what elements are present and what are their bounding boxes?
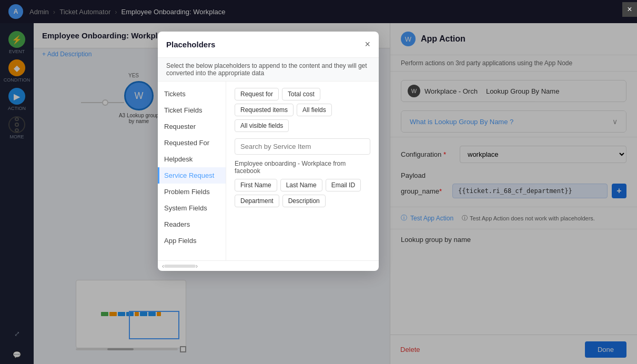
modal-sidebar: TicketsTicket FieldsRequesterRequested F… [158,82,226,260]
sub-chip-description[interactable]: Description [282,195,326,207]
chip-requested-items[interactable]: Requested items [235,104,294,116]
sub-chip-first-name[interactable]: First Name [235,179,277,191]
modal-header: Placeholders × [158,32,379,58]
modal-footer-scrollbar [164,265,196,268]
modal-sidebar-item-system-fields[interactable]: System Fields [158,200,226,216]
chip-request-for[interactable]: Request for [235,88,279,100]
top-chips: Request forTotal costRequested itemsAll … [235,88,370,132]
modal-sidebar-item-requested-for[interactable]: Requested For [158,135,226,151]
modal-source-label: Employee onboarding - Workplace from fac… [235,160,370,175]
chip-all-visible-fields[interactable]: All visible fields [235,119,289,132]
modal-close-button[interactable]: × [365,39,370,50]
sub-chips: First NameLast NameEmail IDDepartmentDes… [235,179,370,207]
modal-sidebar-item-readers[interactable]: Readers [158,216,226,232]
chip-total-cost[interactable]: Total cost [282,88,320,100]
modal-sidebar-item-app-fields[interactable]: App Fields [158,232,226,249]
modal-sidebar-item-problem-fields[interactable]: Problem Fields [158,184,226,200]
modal-footer: ‹ › [158,260,379,271]
global-close-button[interactable]: × [622,2,637,17]
sub-chip-last-name[interactable]: Last Name [280,179,322,191]
modal-title: Placeholders [166,40,215,49]
modal-sidebar-item-ticket-fields[interactable]: Ticket Fields [158,102,226,118]
modal-subtitle: Select the below placeholders to append … [158,58,379,82]
modal-sidebar-item-tickets[interactable]: Tickets [158,86,226,102]
modal-sidebar-item-service-request[interactable]: Service Request [158,167,226,184]
chip-all-fields[interactable]: All fields [297,104,332,116]
modal-footer-right-arrow[interactable]: › [196,262,198,270]
placeholders-modal: Placeholders × Select the below placehol… [158,32,379,271]
modal-content-area: Request forTotal costRequested itemsAll … [226,82,379,260]
modal-sidebar-item-requester[interactable]: Requester [158,118,226,135]
search-input[interactable] [235,138,370,155]
sub-chip-email-id[interactable]: Email ID [326,179,361,191]
sub-chip-department[interactable]: Department [235,195,279,207]
modal-body: TicketsTicket FieldsRequesterRequested F… [158,82,379,260]
modal-sidebar-item-helpdesk[interactable]: Helpdesk [158,151,226,167]
